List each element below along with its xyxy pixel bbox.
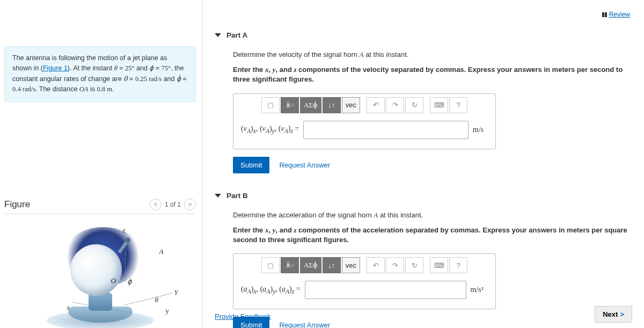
part-a-submit-button[interactable]: Submit	[233, 157, 269, 173]
problem-statement: The antenna is following the motion of a…	[4, 46, 196, 102]
part-a-unit: m/s	[473, 126, 488, 134]
help-button[interactable]: ?	[449, 257, 467, 273]
part-b-toggle[interactable]: Part B	[215, 192, 632, 200]
review-link[interactable]: Review	[602, 11, 630, 18]
greek-button[interactable]: ΑΣϕ	[300, 257, 321, 273]
caret-down-icon	[215, 194, 221, 198]
caret-down-icon	[215, 33, 221, 37]
part-a-toggle[interactable]: Part A	[215, 31, 632, 39]
figure-title: Figure	[4, 199, 30, 210]
undo-button[interactable]: ↶	[367, 257, 385, 273]
sqrt-button[interactable]: x̂□	[281, 257, 299, 273]
part-b-request-answer[interactable]: Request Answer	[279, 321, 330, 328]
part-b-answer-input[interactable]	[305, 281, 466, 299]
vec-button[interactable]: vec	[342, 97, 360, 113]
template-button[interactable]: ▢	[261, 97, 280, 113]
greek-button[interactable]: ΑΣϕ	[300, 97, 321, 113]
figure-link[interactable]: Figure 1	[43, 64, 68, 72]
figure-prev-button[interactable]: <	[150, 199, 162, 210]
part-title: Part A	[226, 31, 247, 39]
part-b-question: Determine the acceleration of the signal…	[233, 210, 632, 220]
provide-feedback-link[interactable]: Provide Feedback	[215, 312, 271, 320]
scripts-button[interactable]: ↓↑	[323, 257, 341, 273]
part-a-request-answer[interactable]: Request Answer	[279, 161, 330, 169]
chevron-right-icon: >	[620, 310, 624, 318]
flag-icon	[602, 12, 607, 17]
sqrt-button[interactable]: x̂□	[281, 97, 299, 113]
keyboard-button[interactable]: ⌨	[430, 97, 448, 113]
part-a-instructions: Enter the x, y, and z components of the …	[233, 65, 632, 84]
reset-button[interactable]: ↻	[405, 257, 423, 273]
vec-button[interactable]: vec	[342, 257, 360, 273]
part-b-answer-box: ▢ x̂□ ΑΣϕ ↓↑ vec ↶ ↷ ↻ ⌨ ? (aA)x	[233, 253, 496, 309]
part-b-var-label: (aA)x, (aA)y, (aA)z =	[241, 285, 301, 295]
redo-button[interactable]: ↷	[386, 257, 404, 273]
next-button[interactable]: Next>	[595, 306, 632, 323]
figure-counter: 1 of 1	[165, 201, 181, 208]
redo-button[interactable]: ↷	[386, 97, 404, 113]
figure-next-button[interactable]: >	[184, 199, 196, 210]
template-button[interactable]: ▢	[261, 257, 280, 273]
figure-illustration: z A Y y x O ϕ θ	[31, 223, 170, 329]
part-title: Part B	[226, 192, 248, 200]
part-b-instructions: Enter the x, y, and z components of the …	[233, 225, 632, 245]
part-a-answer-input[interactable]	[303, 121, 468, 139]
undo-button[interactable]: ↶	[367, 97, 385, 113]
part-b-unit: m/s²	[471, 286, 488, 294]
scripts-button[interactable]: ↓↑	[323, 97, 341, 113]
help-button[interactable]: ?	[449, 97, 467, 113]
keyboard-button[interactable]: ⌨	[430, 257, 448, 273]
part-a-answer-box: ▢ x̂□ ΑΣϕ ↓↑ vec ↶ ↷ ↻ ⌨ ? (vA)x	[233, 93, 496, 149]
part-a-question: Determine the velocity of the signal hor…	[233, 50, 632, 60]
part-a-var-label: (vA)x, (vA)y, (vA)z =	[241, 125, 299, 135]
reset-button[interactable]: ↻	[405, 97, 423, 113]
